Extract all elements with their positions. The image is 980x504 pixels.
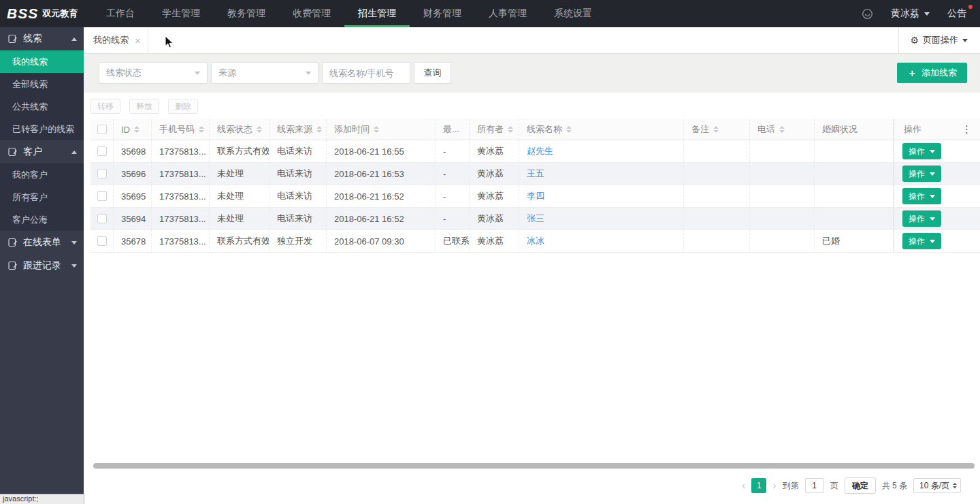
sort-icon[interactable] — [257, 126, 262, 133]
status-select-value: 线索状态 — [106, 67, 142, 79]
message-icon[interactable] — [862, 8, 873, 20]
sidebar-item[interactable]: 我的线索 — [0, 50, 84, 73]
column-header[interactable]: 线索来源 — [270, 119, 327, 140]
column-header[interactable]: 最... — [436, 119, 470, 140]
user-menu[interactable]: 黄冰荔 — [891, 7, 930, 20]
chevron-down-icon — [930, 240, 935, 243]
select-all-checkbox[interactable] — [97, 125, 107, 134]
sidebar-item[interactable]: 已转客户的线索 — [0, 118, 84, 140]
row-action-button[interactable]: 操作 — [902, 233, 941, 249]
announcement-link[interactable]: 公告 — [947, 7, 966, 20]
lead-name-link[interactable]: 赵先生 — [527, 145, 553, 157]
sort-icon[interactable] — [134, 126, 140, 133]
row-action-button[interactable]: 操作 — [902, 188, 941, 204]
lead-name-link[interactable]: 王五 — [527, 168, 544, 180]
lead-name-link[interactable]: 张三 — [527, 212, 544, 225]
nav-item-label: 教务管理 — [227, 7, 265, 20]
source-select-value: 来源 — [218, 67, 236, 79]
cell-last: - — [436, 185, 470, 207]
lead-name-link[interactable]: 冰冰 — [527, 235, 544, 247]
column-header[interactable]: 手机号码 — [152, 119, 210, 140]
cell-owner: 黄冰荔 — [470, 140, 519, 162]
sort-icon[interactable] — [199, 126, 204, 133]
row-action-button[interactable]: 操作 — [902, 166, 941, 182]
column-header[interactable]: 婚姻状况 — [815, 119, 894, 140]
sidebar-item[interactable]: 客户公海 — [0, 208, 84, 231]
column-header[interactable]: 添加时间 — [327, 119, 436, 140]
status-select[interactable]: 线索状态 — [99, 62, 208, 84]
row-checkbox[interactable] — [97, 146, 107, 156]
tab-my-leads[interactable]: 我的线索 × — [84, 27, 148, 54]
sidebar-item[interactable]: 我的客户 — [0, 163, 84, 186]
page-size-select[interactable]: 10 条/页 — [913, 478, 961, 493]
nav-item[interactable]: 收费管理 — [279, 0, 344, 27]
cell-owner: 黄冰荔 — [470, 185, 519, 207]
nav-item[interactable]: 工作台 — [93, 0, 148, 27]
sort-icon[interactable] — [713, 126, 719, 133]
column-header[interactable]: 线索状态 — [210, 119, 270, 140]
column-header[interactable]: 所有者 — [470, 119, 519, 140]
nav-item[interactable]: 教务管理 — [214, 0, 279, 27]
row-action-button[interactable]: 操作 — [902, 210, 941, 227]
bulk-action-button[interactable]: 释放 — [129, 99, 159, 114]
sidebar-group-leads[interactable]: 线索 — [0, 27, 84, 50]
sidebar-item[interactable]: 公共线索 — [0, 95, 84, 118]
nav-item[interactable]: 人事管理 — [475, 0, 540, 27]
nav-item[interactable]: 财务管理 — [410, 0, 475, 27]
lead-name-link[interactable]: 李四 — [527, 190, 544, 202]
sort-icon[interactable] — [374, 126, 379, 133]
cell-remark — [684, 163, 750, 185]
nav-item[interactable]: 学生管理 — [148, 0, 214, 27]
column-header[interactable]: ID — [114, 119, 152, 140]
search-button[interactable]: 查询 — [414, 62, 451, 84]
scrollbar-thumb[interactable] — [93, 463, 975, 469]
cell-name: 冰冰 — [519, 230, 684, 252]
cell-phone: 17375813... — [152, 163, 210, 185]
cell-phone: 17375813... — [152, 208, 210, 230]
checkbox-cell — [91, 230, 114, 252]
row-checkbox[interactable] — [97, 236, 107, 246]
row-checkbox[interactable] — [97, 169, 107, 178]
nav-item[interactable]: 招生管理 — [344, 0, 410, 27]
add-lead-button[interactable]: ＋ 添加线索 — [897, 63, 967, 83]
column-settings-icon[interactable]: ⋮ — [962, 123, 972, 136]
close-icon[interactable]: × — [135, 35, 141, 46]
bulk-action-button[interactable]: 转移 — [91, 99, 120, 114]
column-header-label: 婚姻状况 — [822, 123, 858, 136]
nav-item[interactable]: 系统设置 — [540, 0, 606, 27]
confirm-button[interactable]: 确定 — [845, 477, 876, 494]
column-header[interactable]: 线索名称 — [519, 119, 684, 140]
cell-tel — [750, 163, 815, 185]
sidebar-group-follow-records[interactable]: 跟进记录 — [0, 254, 84, 277]
row-action-button[interactable]: 操作 — [902, 143, 941, 159]
cell-phone: 17375813... — [152, 185, 210, 207]
table-row: 3569817375813...联系方式有效电话来访2018-06-21 16:… — [91, 140, 980, 163]
bulk-action-button[interactable]: 删除 — [168, 99, 198, 114]
page-number-button[interactable]: 1 — [751, 478, 766, 493]
horizontal-scrollbar[interactable] — [91, 463, 980, 469]
chevron-icon — [71, 151, 77, 154]
keyword-input[interactable] — [322, 62, 410, 84]
next-page-button[interactable]: › — [772, 480, 776, 491]
sidebar-item[interactable]: 全部线索 — [0, 73, 84, 95]
sort-icon[interactable] — [779, 126, 785, 133]
sidebar-group-customers[interactable]: 客户 — [0, 140, 84, 163]
cell-tel — [750, 230, 815, 252]
row-checkbox[interactable] — [97, 214, 107, 223]
user-name: 黄冰荔 — [891, 7, 919, 20]
sidebar-group-online-forms[interactable]: 在线表单 — [0, 231, 84, 254]
row-checkbox[interactable] — [97, 191, 107, 201]
sort-icon[interactable] — [566, 126, 572, 133]
column-header[interactable]: 电话 — [750, 119, 815, 140]
sort-icon[interactable] — [316, 126, 322, 133]
column-header[interactable]: 备注 — [684, 119, 750, 140]
prev-page-button[interactable]: ‹ — [742, 480, 745, 491]
goto-page-input[interactable] — [805, 478, 824, 493]
total-count-label: 共 5 条 — [882, 480, 907, 492]
sidebar-item[interactable]: 所有客户 — [0, 186, 84, 208]
table-body: 3569817375813...联系方式有效电话来访2018-06-21 16:… — [91, 140, 980, 253]
page-actions-button[interactable]: ⚙ 页面操作 — [898, 27, 980, 54]
action-cell: 操作 — [894, 140, 980, 162]
sort-icon[interactable] — [508, 126, 513, 133]
source-select[interactable]: 来源 — [211, 62, 318, 84]
